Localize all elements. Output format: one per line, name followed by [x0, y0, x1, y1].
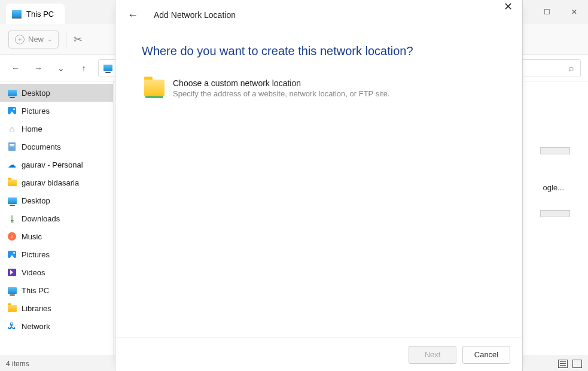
window-tab[interactable]: This PC	[6, 4, 65, 24]
option-title: Choose a custom network location	[173, 78, 390, 88]
next-button[interactable]: Next	[409, 346, 456, 364]
sidebar-item-downloads[interactable]: ⭳Downloads	[0, 209, 113, 227]
up-button[interactable]: ↑	[75, 60, 92, 77]
sidebar-item-network[interactable]: 🖧Network	[0, 317, 113, 335]
sidebar-item-videos[interactable]: Videos	[0, 263, 113, 281]
content-placeholder	[540, 147, 570, 154]
add-network-location-dialog: ← Add Network Location ✕ Where do you wa…	[115, 0, 523, 371]
details-view-icon[interactable]	[558, 360, 568, 368]
new-button[interactable]: + New ⌄	[8, 31, 59, 48]
sidebar-item-desktop[interactable]: Desktop	[0, 84, 113, 102]
dialog-body: Where do you want to create this network…	[115, 30, 522, 337]
back-button[interactable]: ←	[7, 60, 24, 77]
option-text: Choose a custom network location Specify…	[173, 78, 390, 98]
dialog-header: ← Add Network Location ✕	[115, 0, 522, 30]
dialog-footer: Next Cancel	[115, 337, 522, 371]
this-pc-icon	[12, 10, 22, 17]
sidebar-item-thispc[interactable]: This PC	[0, 281, 113, 299]
close-button[interactable]: ✕	[560, 2, 588, 22]
new-label: New	[28, 35, 44, 44]
sidebar-item-userfolder[interactable]: gaurav bidasaria	[0, 174, 113, 191]
sidebar-item-libraries[interactable]: Libraries	[0, 299, 113, 317]
dialog-close-button[interactable]: ✕	[498, 0, 519, 16]
custom-location-option[interactable]: Choose a custom network location Specify…	[142, 75, 496, 102]
large-icons-view-icon[interactable]	[572, 360, 582, 368]
dialog-title: Add Network Location	[154, 10, 236, 20]
maximize-button[interactable]: ☐	[533, 2, 560, 22]
back-arrow-icon[interactable]: ←	[127, 9, 138, 22]
search-icon: ⌕	[568, 63, 574, 74]
forward-button[interactable]: →	[30, 60, 47, 77]
cut-icon[interactable]: ✂	[74, 33, 83, 46]
sidebar-item-onedrive[interactable]: ☁gaurav - Personal	[0, 156, 113, 174]
this-pc-icon	[103, 65, 112, 71]
navigation-sidebar: Desktop Pictures ⌂Home Documents ☁gaurav…	[0, 81, 114, 355]
sidebar-item-documents[interactable]: Documents	[0, 138, 113, 156]
truncated-label: ogle...	[543, 183, 564, 192]
option-subtitle: Specify the address of a website, networ…	[173, 89, 390, 98]
content-placeholder	[540, 210, 570, 217]
cancel-button[interactable]: Cancel	[462, 346, 510, 364]
tab-title: This PC	[26, 10, 54, 19]
dialog-heading: Where do you want to create this network…	[142, 44, 496, 58]
sidebar-item-desktop2[interactable]: Desktop	[0, 191, 113, 209]
sidebar-item-pictures[interactable]: Pictures	[0, 102, 113, 120]
sidebar-item-music[interactable]: ♪Music	[0, 227, 113, 245]
toolbar-separator	[66, 31, 66, 48]
sidebar-item-home[interactable]: ⌂Home	[0, 120, 113, 138]
item-count: 4 items	[6, 360, 29, 368]
recent-dropdown[interactable]: ⌄	[53, 60, 69, 77]
sidebar-item-pictures2[interactable]: Pictures	[0, 245, 113, 263]
plus-icon: +	[15, 35, 25, 44]
network-folder-icon	[144, 80, 164, 96]
chevron-down-icon: ⌄	[47, 36, 52, 42]
